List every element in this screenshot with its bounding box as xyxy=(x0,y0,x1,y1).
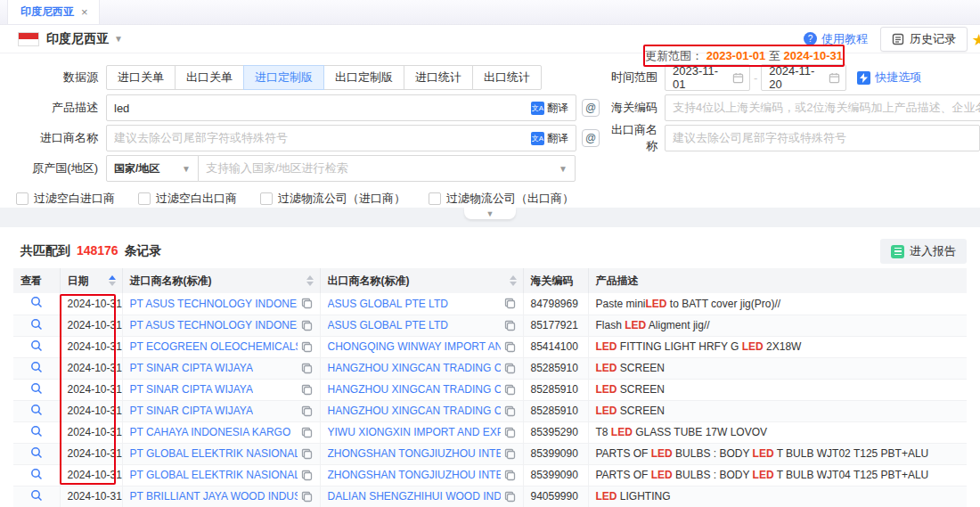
start-date-input[interactable]: 2023-11-01 xyxy=(665,64,750,91)
importer-link[interactable]: PT ASUS TECHNOLOGY INDONESIA BA... xyxy=(130,319,298,331)
importer-link[interactable]: PT SINAR CIPTA WIJAYA xyxy=(130,383,253,396)
checkbox-icon[interactable] xyxy=(16,192,29,205)
source-tab-2[interactable]: 进口定制版 xyxy=(243,65,324,90)
copy-icon[interactable] xyxy=(504,320,516,331)
exporter-link[interactable]: ZHONGSHAN TONGJIUZHOU INTERNA... xyxy=(328,447,501,460)
copy-icon[interactable] xyxy=(301,298,313,309)
origin-type-select[interactable]: 国家/地区 ▼ xyxy=(106,155,199,182)
view-magnifier-icon[interactable] xyxy=(30,296,43,308)
checkbox-icon[interactable] xyxy=(138,192,151,205)
importer-link[interactable]: PT GLOBAL ELEKTRIK NASIONAL xyxy=(130,469,298,481)
history-button[interactable]: 历史记录 xyxy=(880,27,968,52)
filter-checkbox-0[interactable]: 过滤空白进口商 xyxy=(16,191,115,207)
exporter-link[interactable]: DALIAN SHENGZHIHUI WOOD INDUST... xyxy=(328,490,501,503)
view-magnifier-icon[interactable] xyxy=(30,489,43,502)
filter-checkbox-3[interactable]: 过滤物流公司（出口商） xyxy=(429,191,574,207)
copy-icon[interactable] xyxy=(301,427,313,438)
source-tab-0[interactable]: 进口关单 xyxy=(106,65,176,90)
exporter-link[interactable]: HANGZHOU XINGCAN TRADING CO LTD xyxy=(328,362,501,374)
favorite-star-icon[interactable]: ★ xyxy=(972,30,980,50)
view-cell[interactable] xyxy=(13,400,60,421)
view-magnifier-icon[interactable] xyxy=(30,339,43,352)
importer-link[interactable]: PT ECOGREEN OLEOCHEMICALS xyxy=(130,340,298,353)
product-desc-input[interactable]: led 文A 翻译 xyxy=(106,94,576,121)
column-header-2[interactable]: 进口商名称(标准) xyxy=(122,268,320,293)
copy-icon[interactable] xyxy=(301,448,313,460)
source-tab-5[interactable]: 出口统计 xyxy=(472,65,542,90)
exporter-link[interactable]: HANGZHOU XINGCAN TRADING CO LTD xyxy=(328,383,501,396)
view-magnifier-icon[interactable] xyxy=(30,446,43,459)
tutorial-link[interactable]: ? 使用教程 xyxy=(804,31,868,47)
sort-icon[interactable] xyxy=(109,275,116,286)
source-tab-4[interactable]: 进口统计 xyxy=(404,65,473,90)
source-tab-1[interactable]: 出口关单 xyxy=(175,65,244,90)
copy-icon[interactable] xyxy=(301,384,313,396)
view-cell[interactable] xyxy=(13,486,60,507)
match-mode-icon[interactable]: @ xyxy=(582,129,600,147)
copy-icon[interactable] xyxy=(301,341,313,353)
copy-icon[interactable] xyxy=(301,491,313,503)
view-magnifier-icon[interactable] xyxy=(30,425,43,437)
copy-icon[interactable] xyxy=(301,405,313,417)
quick-options-link[interactable]: 快捷选项 xyxy=(857,70,921,86)
view-cell[interactable] xyxy=(13,357,60,379)
country-title[interactable]: 印度尼西亚 xyxy=(46,31,109,47)
checkbox-icon[interactable] xyxy=(260,192,273,205)
copy-icon[interactable] xyxy=(504,448,516,460)
end-date-input[interactable]: 2024-11-20 xyxy=(761,64,846,91)
column-header-1[interactable]: 日期 xyxy=(60,268,122,293)
source-tab-3[interactable]: 出口定制版 xyxy=(323,65,404,90)
view-magnifier-icon[interactable] xyxy=(30,382,43,395)
sort-icon[interactable] xyxy=(510,275,517,286)
window-tab-indonesia[interactable]: 印度尼西亚 × xyxy=(7,0,100,24)
view-cell[interactable] xyxy=(13,293,60,315)
copy-icon[interactable] xyxy=(504,405,516,417)
checkbox-icon[interactable] xyxy=(429,192,441,205)
exporter-link[interactable]: ASUS GLOBAL PTE LTD xyxy=(328,319,448,331)
view-cell[interactable] xyxy=(13,421,60,443)
copy-icon[interactable] xyxy=(504,384,516,396)
collapse-panel-button[interactable]: ▼ xyxy=(464,208,516,219)
copy-icon[interactable] xyxy=(301,363,313,374)
copy-icon[interactable] xyxy=(504,470,516,481)
view-magnifier-icon[interactable] xyxy=(30,468,43,480)
view-magnifier-icon[interactable] xyxy=(30,361,43,373)
translate-button[interactable]: 文A 翻译 xyxy=(531,101,568,116)
enter-report-button[interactable]: 进入报告 xyxy=(880,239,967,264)
view-magnifier-icon[interactable] xyxy=(30,404,43,416)
sort-icon[interactable] xyxy=(306,275,314,286)
filter-checkbox-2[interactable]: 过滤物流公司（进口商） xyxy=(260,191,405,207)
copy-icon[interactable] xyxy=(504,427,516,438)
column-header-3[interactable]: 出口商名称(标准) xyxy=(320,268,523,293)
importer-link[interactable]: PT GLOBAL ELEKTRIK NASIONAL xyxy=(130,447,298,460)
view-cell[interactable] xyxy=(13,464,60,486)
copy-icon[interactable] xyxy=(504,491,516,503)
exporter-link[interactable]: YIWU XIONGXIN IMPORT AND EXPORT... xyxy=(328,426,501,438)
importer-link[interactable]: PT SINAR CIPTA WIJAYA xyxy=(130,362,253,374)
importer-input[interactable]: 建议去除公司尾部字符或特殊符号 文A 翻译 xyxy=(106,125,576,151)
view-cell[interactable] xyxy=(13,443,60,464)
view-cell[interactable] xyxy=(13,315,60,336)
importer-link[interactable]: PT ASUS TECHNOLOGY INDONESIA BA... xyxy=(130,298,298,310)
exporter-input[interactable]: 建议去除公司尾部字符或特殊符号 xyxy=(665,125,980,151)
copy-icon[interactable] xyxy=(504,363,516,374)
copy-icon[interactable] xyxy=(301,320,313,331)
importer-link[interactable]: PT CAHAYA INDONESIA KARGO xyxy=(130,426,291,438)
match-mode-icon[interactable]: @ xyxy=(582,99,600,117)
view-cell[interactable] xyxy=(13,336,60,357)
filter-checkbox-1[interactable]: 过滤空白出口商 xyxy=(138,191,237,207)
translate-button[interactable]: 文A 翻译 xyxy=(531,131,568,146)
view-magnifier-icon[interactable] xyxy=(30,318,43,331)
view-cell[interactable] xyxy=(13,379,60,400)
exporter-link[interactable]: ZHONGSHAN TONGJIUZHOU INTERNA... xyxy=(328,469,501,481)
origin-search-input[interactable]: 支持输入国家/地区进行检索 ▼ xyxy=(198,155,576,182)
importer-link[interactable]: PT SINAR CIPTA WIJAYA xyxy=(130,405,253,417)
chevron-down-icon[interactable]: ▼ xyxy=(114,34,123,44)
exporter-link[interactable]: CHONGQING WINWAY IMPORT AND E... xyxy=(328,340,501,353)
exporter-link[interactable]: ASUS GLOBAL PTE LTD xyxy=(328,298,448,310)
copy-icon[interactable] xyxy=(504,298,516,309)
copy-icon[interactable] xyxy=(504,341,516,353)
exporter-link[interactable]: HANGZHOU XINGCAN TRADING CO LTD xyxy=(328,405,501,417)
tab-close-icon[interactable]: × xyxy=(81,5,88,19)
importer-link[interactable]: PT BRILLIANT JAYA WOOD INDUSTRY xyxy=(130,490,298,503)
